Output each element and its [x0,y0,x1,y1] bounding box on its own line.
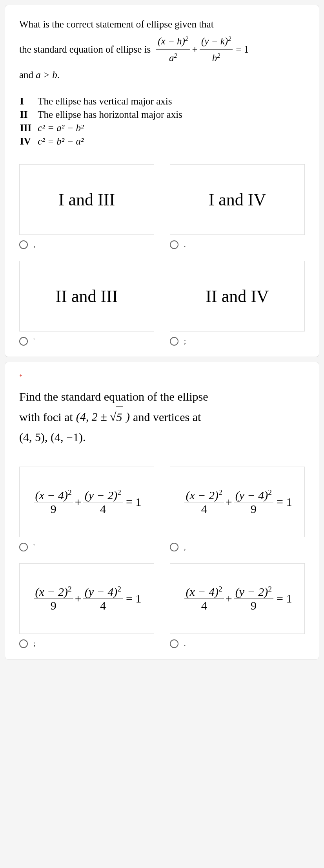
option-radio-4[interactable]: . [170,639,305,648]
radio-icon [19,337,28,346]
option-box: (x − 4)2 4 + (y − 2)2 9 = 1 [170,563,305,634]
option-box: II and IV [170,261,305,331]
option-radio-2[interactable]: . [170,240,305,249]
option-cell: (x − 2)2 4 + (y − 4)2 9 = 1 , [170,467,305,551]
statements-list: I The ellipse has vertical major axis II… [19,94,305,148]
option-box: II and III [19,261,154,331]
option-box: I and IV [170,164,305,235]
option-cell: (x − 4)2 4 + (y − 2)2 9 = 1 . [170,563,305,648]
radio-icon [170,543,178,551]
condition-a-gt-b: a > b [36,70,57,80]
option-cell: I and IV . [170,164,305,249]
question-card-2: * Find the standard equation of the elli… [5,362,319,659]
option-radio-3[interactable]: ' [19,337,154,346]
option-box: (x − 2)2 9 + (y − 4)2 4 = 1 [19,563,154,634]
radio-icon [170,337,178,346]
option-cell: I and III , [19,164,154,249]
question-1-prompt: What is the correct statement of ellipse… [19,16,305,83]
option-radio-1[interactable]: ' [19,543,154,551]
option-radio-3[interactable]: ; [19,639,154,648]
radio-icon [170,639,178,648]
option-cell: (x − 4)2 9 + (y − 2)2 4 = 1 ' [19,467,154,551]
statement-row: II The ellipse has horizontal major axis [20,108,188,121]
prompt-line-1: What is the correct statement of ellipse… [19,16,305,33]
statement-row: I The ellipse has vertical major axis [20,95,188,108]
option-box: (x − 2)2 4 + (y − 4)2 9 = 1 [170,467,305,537]
option-radio-2[interactable]: , [170,543,305,551]
option-cell: (x − 2)2 9 + (y − 4)2 4 = 1 ; [19,563,154,648]
statement-row: IV c² = b² − a² [20,135,188,148]
vertices-expression: (4, 5), (4, −1). [19,427,305,447]
radio-icon [19,240,28,249]
prompt-line-3a: and [19,70,33,80]
radio-icon [170,240,178,249]
option-box: I and III [19,164,154,235]
q1-options: I and III , I and IV . II and III ' II a… [19,164,305,346]
foci-expression: (4, 2 ± √5 ) [76,407,130,427]
option-box: (x − 4)2 9 + (y − 2)2 4 = 1 [19,467,154,537]
option-radio-1[interactable]: , [19,240,154,249]
ellipse-standard-equation: (x − h)2 a2 + (y − k)2 b2 = 1 [155,33,249,67]
option-radio-4[interactable]: ; [170,337,305,346]
required-indicator: * [19,373,305,380]
question-2-prompt: Find the standard equation of the ellips… [19,386,305,447]
prompt-line-2a: the standard equation of ellipse is [19,41,151,58]
option-cell: II and III ' [19,261,154,346]
statement-row: III c² = a² − b² [20,122,188,134]
option-cell: II and IV ; [170,261,305,346]
q2-options: (x − 4)2 9 + (y − 2)2 4 = 1 ' (x − 2)2 [19,467,305,648]
radio-icon [19,543,28,551]
question-card-1: What is the correct statement of ellipse… [5,5,319,357]
radio-icon [19,639,28,648]
